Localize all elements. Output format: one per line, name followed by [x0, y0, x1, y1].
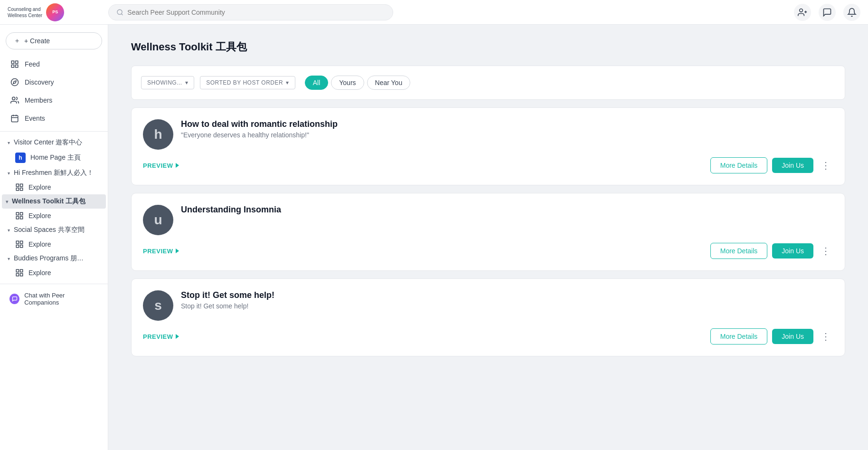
showing-dropdown-icon: ▾ — [185, 79, 189, 86]
card-actions-insomnia: More Details Join Us ⋮ — [710, 243, 833, 259]
preview-arrow-icon-insomnia — [176, 249, 179, 253]
svg-rect-24 — [16, 241, 19, 243]
wellness-toolkit-collapse-icon: ▾ — [6, 199, 8, 204]
filter-tab-yours[interactable]: Yours — [331, 76, 364, 90]
svg-rect-16 — [16, 184, 19, 186]
create-plus-icon: ＋ — [14, 37, 20, 45]
more-options-button-insomnia[interactable]: ⋮ — [818, 244, 833, 258]
preview-link-stop[interactable]: PREVIEW — [143, 333, 179, 340]
card-avatar-romantic: h — [143, 119, 173, 150]
card-romantic-relationship: h How to deal with romantic relationship… — [131, 107, 845, 185]
svg-rect-12 — [11, 115, 18, 122]
feed-icon — [9, 59, 20, 69]
sidebar-divider-1 — [0, 131, 108, 132]
card-actions-stop: More Details Join Us ⋮ — [710, 328, 833, 345]
sidebar-item-chat-peer[interactable]: Chat with Peer Companions — [2, 288, 106, 310]
card-avatar-insomnia: u — [143, 205, 173, 235]
sidebar-subitem-explore-social[interactable]: Explore — [0, 237, 108, 251]
explore-wellness-icon — [15, 211, 24, 220]
svg-point-0 — [117, 10, 122, 14]
svg-point-9 — [11, 79, 19, 86]
sidebar-section-wellness-toolkit[interactable]: ▾ Wellness Toolkit 工具包 — [2, 194, 106, 209]
sidebar-item-members[interactable]: Members — [2, 91, 106, 109]
buddies-programs-collapse-icon: ▾ — [8, 256, 10, 261]
svg-rect-17 — [20, 184, 23, 186]
more-details-button-insomnia[interactable]: More Details — [710, 243, 768, 259]
notification-button[interactable] — [843, 4, 860, 21]
card-subtitle-stop: Stop it! Get some help! — [181, 302, 833, 310]
chat-button[interactable] — [819, 4, 836, 21]
card-subtitle-romantic: "Everyone deserves a healthy relationshi… — [181, 131, 833, 139]
hi-freshmen-collapse-icon: ▾ — [8, 171, 10, 176]
sidebar-section-hi-freshmen[interactable]: ▾ Hi Freshmen 新鮮人必入！ — [0, 166, 108, 180]
top-navigation: Counseling and Wellness Center PS — [0, 0, 868, 25]
more-options-button-romantic[interactable]: ⋮ — [818, 159, 833, 172]
add-person-icon — [798, 8, 807, 17]
preview-link-romantic[interactable]: PREVIEW — [143, 162, 179, 169]
card-understanding-insomnia: u Understanding Insomnia PREVIEW More De… — [131, 193, 845, 271]
card-actions-romantic: More Details Join Us ⋮ — [710, 157, 833, 173]
page-title: Wellness Toolkit 工具包 — [131, 40, 845, 54]
sidebar-item-discovery[interactable]: Discovery — [2, 73, 106, 91]
join-button-insomnia[interactable]: Join Us — [772, 243, 813, 259]
home-page-icon: h — [15, 153, 26, 163]
svg-line-1 — [122, 13, 123, 15]
svg-rect-8 — [16, 65, 18, 67]
sidebar: ＋ + Create Feed Discovery Members — [0, 25, 108, 450]
chat-peer-icon — [9, 294, 19, 304]
sidebar-item-events[interactable]: Events — [2, 109, 106, 127]
add-person-button[interactable] — [794, 4, 811, 21]
join-button-romantic[interactable]: Join Us — [772, 158, 813, 173]
members-icon — [9, 95, 20, 105]
svg-rect-7 — [11, 65, 14, 67]
sidebar-section-social-spaces[interactable]: ▾ Social Spaces 共享空間 — [0, 223, 108, 237]
logo-text: Counseling and Wellness Center — [8, 6, 42, 19]
more-details-button-romantic[interactable]: More Details — [710, 157, 768, 173]
preview-arrow-icon — [176, 163, 179, 168]
svg-rect-21 — [20, 212, 23, 215]
counseling-logo-text: Counseling and Wellness Center — [8, 6, 42, 19]
svg-rect-31 — [20, 274, 23, 276]
join-button-stop[interactable]: Join Us — [772, 329, 813, 344]
sorted-by-dropdown[interactable]: SORTED BY HOST ORDER ▾ — [200, 76, 295, 89]
svg-rect-18 — [16, 188, 19, 191]
svg-rect-5 — [11, 61, 14, 63]
svg-marker-10 — [13, 81, 16, 84]
showing-dropdown[interactable]: SHOWING... ▾ — [141, 76, 194, 89]
sidebar-section-buddies-programs[interactable]: ▾ Buddies Programs 朋輩支援… — [0, 251, 108, 266]
svg-rect-23 — [20, 217, 23, 219]
sidebar-section-visitor-center[interactable]: ▾ Visitor Center 遊客中心 — [0, 135, 108, 150]
svg-rect-29 — [20, 269, 23, 272]
svg-point-11 — [12, 97, 15, 100]
visitor-center-collapse-icon: ▾ — [8, 140, 10, 145]
svg-rect-6 — [16, 61, 18, 63]
preview-link-insomnia[interactable]: PREVIEW — [143, 248, 179, 255]
sidebar-subitem-explore-buddies[interactable]: Explore — [0, 266, 108, 280]
events-icon — [9, 113, 20, 124]
sidebar-subitem-explore-freshmen[interactable]: Explore — [0, 180, 108, 194]
explore-social-icon — [15, 240, 24, 249]
card-avatar-stop: s — [143, 290, 173, 321]
card-title-insomnia: Understanding Insomnia — [181, 205, 833, 215]
svg-rect-30 — [16, 274, 19, 276]
sidebar-subitem-explore-wellness[interactable]: Explore — [0, 209, 108, 223]
create-button[interactable]: ＋ + Create — [6, 32, 102, 49]
svg-rect-19 — [20, 188, 23, 191]
sidebar-item-feed[interactable]: Feed — [2, 55, 106, 73]
search-bar[interactable] — [108, 4, 393, 20]
more-details-button-stop[interactable]: More Details — [710, 328, 768, 345]
main-content: Wellness Toolkit 工具包 SHOWING... ▾ SORTED… — [108, 25, 868, 450]
svg-rect-22 — [16, 217, 19, 219]
card-stop-get-help: s Stop it! Get some help! Stop it! Get s… — [131, 278, 845, 356]
filter-bar: SHOWING... ▾ SORTED BY HOST ORDER ▾ All … — [131, 66, 845, 100]
more-options-button-stop[interactable]: ⋮ — [818, 330, 833, 343]
search-input[interactable] — [127, 9, 385, 16]
filter-tab-all[interactable]: All — [305, 76, 329, 90]
svg-rect-20 — [16, 212, 19, 215]
svg-point-2 — [800, 9, 803, 12]
card-title-romantic: How to deal with romantic relationship — [181, 119, 833, 129]
filter-tabs: All Yours Near You — [305, 76, 410, 90]
nav-icons — [794, 4, 860, 21]
sidebar-subitem-home-page[interactable]: h Home Page 主頁 — [0, 150, 108, 166]
filter-tab-near-you[interactable]: Near You — [367, 76, 411, 90]
